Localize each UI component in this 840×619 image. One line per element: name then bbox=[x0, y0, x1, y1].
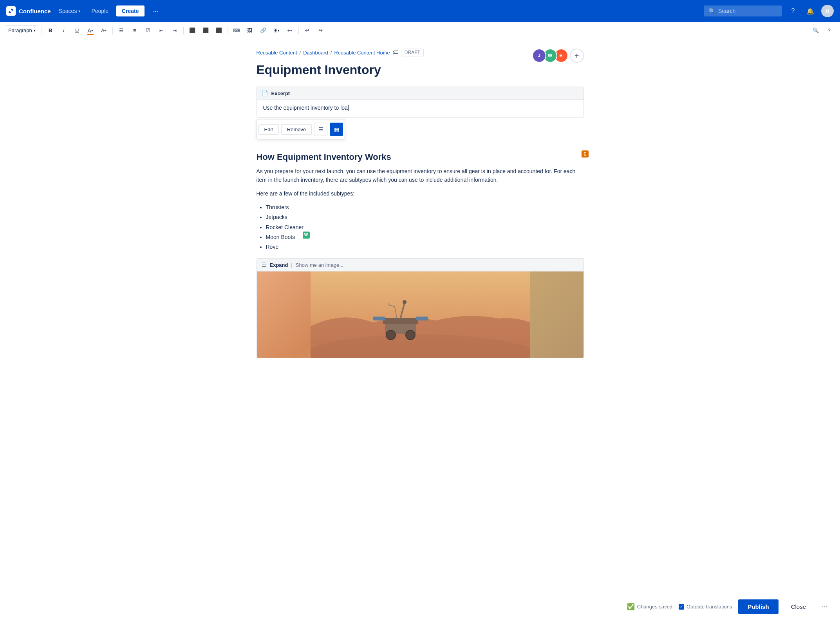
confluence-logo[interactable]: Confluence bbox=[6, 6, 51, 16]
logo-icon bbox=[6, 6, 16, 16]
add-collaborator-button[interactable]: + bbox=[570, 49, 584, 63]
subtypes-list: Thrusters Jetpacks Rocket Cleaner Moon B… bbox=[266, 203, 584, 252]
text-color-icon: A bbox=[88, 27, 91, 34]
search-input[interactable] bbox=[718, 8, 787, 14]
toolbar-separator-1 bbox=[42, 27, 42, 34]
content-area: Reusable Content / Dashboard / Reusable … bbox=[244, 39, 596, 436]
list-item-rocket-cleaner: Rocket Cleaner bbox=[266, 223, 584, 232]
cursor-badge-w: W bbox=[303, 232, 310, 239]
create-button[interactable]: Create bbox=[116, 5, 145, 16]
more-nav-button[interactable]: ··· bbox=[149, 4, 162, 18]
list-item-jetpacks: Jetpacks bbox=[266, 212, 584, 222]
layout-right-icon: ▦ bbox=[334, 126, 339, 132]
expand-icon: ☰ bbox=[262, 262, 267, 268]
bell-icon: 🔔 bbox=[806, 7, 814, 15]
toolbar-separator-4 bbox=[228, 27, 228, 34]
checkbox-button[interactable]: ☑ bbox=[142, 24, 154, 37]
align-left-button[interactable]: ⬛ bbox=[186, 24, 199, 37]
user-avatar[interactable]: U bbox=[821, 5, 834, 17]
expand-subtitle: Show me an image... bbox=[296, 262, 343, 268]
table-button[interactable]: ⊞▾ bbox=[270, 24, 283, 37]
svg-rect-3 bbox=[383, 318, 418, 324]
list-item-thrusters: Thrusters bbox=[266, 203, 584, 212]
text-style-button[interactable]: A▾ bbox=[98, 24, 110, 37]
numbered-list-button[interactable]: ≡ bbox=[128, 24, 141, 37]
align-right-button[interactable]: ⬛ bbox=[213, 24, 225, 37]
link-button[interactable]: 🔗 bbox=[257, 24, 269, 37]
excerpt-edit-button[interactable]: Edit bbox=[258, 124, 279, 135]
spaces-menu[interactable]: Spaces ▾ bbox=[56, 5, 84, 16]
expand-block: ☰ Expand | Show me an image... bbox=[257, 258, 584, 358]
collaborator-avatars: J W E + bbox=[535, 49, 584, 63]
excerpt-header: 📄 Excerpt bbox=[257, 87, 583, 100]
help-toolbar-button[interactable]: ? bbox=[823, 24, 835, 37]
svg-point-7 bbox=[403, 300, 406, 304]
draft-badge: DRAFT bbox=[401, 49, 424, 56]
help-icon: ? bbox=[791, 7, 795, 14]
expand-label: Expand bbox=[270, 262, 288, 268]
align-center-button[interactable]: ⬛ bbox=[199, 24, 212, 37]
excerpt-layout-right-button[interactable]: ▦ bbox=[330, 123, 343, 136]
notifications-button[interactable]: 🔔 bbox=[804, 5, 817, 17]
expand-header[interactable]: ☰ Expand | Show me an image... bbox=[257, 259, 583, 271]
tag-icon[interactable]: 🏷 bbox=[392, 49, 399, 56]
excerpt-layout-left-button[interactable]: ☰ bbox=[314, 123, 327, 136]
bold-button[interactable]: B bbox=[44, 24, 57, 37]
excerpt-remove-button[interactable]: Remove bbox=[281, 124, 312, 135]
breadcrumb-sep-1: / bbox=[300, 50, 301, 56]
breadcrumb-item-3[interactable]: Reusable Content Home bbox=[334, 50, 390, 56]
excerpt-title: Excerpt bbox=[271, 90, 290, 96]
svg-point-5 bbox=[406, 330, 415, 340]
top-navigation: Confluence Spaces ▾ People Create ··· 🔍 … bbox=[0, 0, 840, 22]
spaces-chevron-icon: ▾ bbox=[78, 9, 80, 13]
bullet-list-button[interactable]: ☰ bbox=[115, 24, 128, 37]
paragraph-style-select[interactable]: Paragraph ▾ bbox=[5, 25, 39, 35]
excerpt-icon: 📄 bbox=[262, 90, 268, 96]
breadcrumb-sep-2: / bbox=[331, 50, 332, 56]
subtypes-intro: Here are a few of the included subtypes: bbox=[257, 189, 584, 198]
toolbar-separator-2 bbox=[112, 27, 113, 34]
image-button[interactable]: 🖼 bbox=[244, 24, 256, 37]
svg-point-10 bbox=[388, 303, 390, 306]
breadcrumb-item-2[interactable]: Dashboard bbox=[303, 50, 328, 56]
code-block-button[interactable]: ⌨ bbox=[230, 24, 243, 37]
help-button[interactable]: ? bbox=[787, 5, 799, 17]
body-paragraph-1[interactable]: As you prepare for your next launch, you… bbox=[257, 167, 584, 185]
excerpt-toolbar: Edit Remove ☰ ▦ bbox=[257, 119, 345, 139]
formatting-toolbar: Paragraph ▾ B I U A ▾ A▾ ☰ ≡ ☑ ⇤ ⇥ ⬛ ⬛ ⬛… bbox=[0, 22, 840, 39]
logo-text: Confluence bbox=[19, 8, 51, 14]
people-menu[interactable]: People bbox=[88, 5, 112, 16]
italic-button[interactable]: I bbox=[58, 24, 70, 37]
cursor-badge-e: E bbox=[582, 150, 589, 157]
toolbar-right: 🔍 ? bbox=[809, 24, 835, 37]
page-title[interactable]: Equipment Inventory bbox=[257, 63, 584, 77]
expand-sep: | bbox=[291, 262, 292, 268]
outdent-button[interactable]: ⇤ bbox=[155, 24, 168, 37]
text-color-chevron-icon: ▾ bbox=[91, 29, 93, 33]
toolbar-separator-5 bbox=[298, 27, 299, 34]
find-button[interactable]: 🔍 bbox=[809, 24, 822, 37]
svg-point-4 bbox=[386, 330, 396, 340]
search-box[interactable]: 🔍 bbox=[704, 5, 782, 16]
undo-button[interactable]: ↩ bbox=[301, 24, 314, 37]
list-item-rover: Rove bbox=[266, 242, 584, 252]
collab-avatar-1[interactable]: J bbox=[532, 49, 546, 63]
toolbar-separator-3 bbox=[183, 27, 184, 34]
breadcrumb: Reusable Content / Dashboard / Reusable … bbox=[257, 49, 424, 56]
indent-button[interactable]: ⇥ bbox=[168, 24, 181, 37]
section-heading[interactable]: How Equipment Inventory Works E bbox=[257, 152, 584, 162]
breadcrumb-row: Reusable Content / Dashboard / Reusable … bbox=[257, 49, 584, 63]
svg-rect-11 bbox=[373, 317, 385, 320]
paragraph-chevron-icon: ▾ bbox=[34, 28, 36, 33]
underline-button[interactable]: U bbox=[71, 24, 83, 37]
breadcrumb-item-1[interactable]: Reusable Content bbox=[257, 50, 297, 56]
search-icon: 🔍 bbox=[708, 8, 715, 14]
excerpt-body[interactable]: Use the equipment inventory to loa​ bbox=[257, 100, 583, 117]
insert-more-button[interactable]: +▾ bbox=[284, 24, 296, 37]
expand-image bbox=[257, 271, 583, 358]
redo-button[interactable]: ↪ bbox=[314, 24, 327, 37]
svg-rect-12 bbox=[416, 317, 428, 320]
excerpt-block: 📄 Excerpt Use the equipment inventory to… bbox=[257, 87, 584, 118]
text-color-button[interactable]: A ▾ bbox=[84, 24, 97, 37]
layout-left-icon: ☰ bbox=[318, 126, 323, 132]
